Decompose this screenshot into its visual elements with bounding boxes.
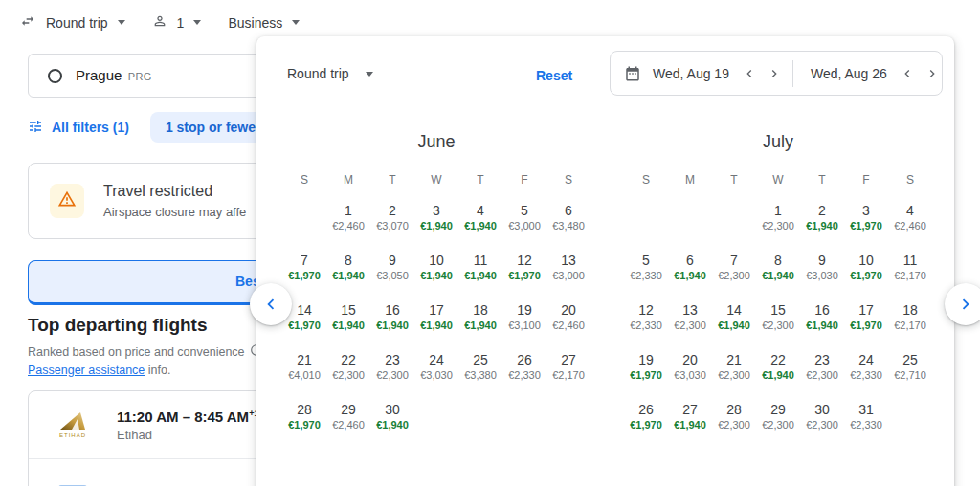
calendar-day-june-16[interactable]: 16€1,940: [370, 296, 414, 345]
passenger-assistance-link[interactable]: Passenger assistance: [28, 364, 145, 377]
calendar-day-july-13[interactable]: 13€2,300: [668, 296, 712, 345]
calendar-day-july-20[interactable]: 20€3,030: [668, 345, 712, 395]
calendar-day-july-27[interactable]: 27€1,940: [668, 395, 712, 445]
calendar-day-july-5[interactable]: 5€2,330: [624, 246, 668, 296]
day-number: 5: [502, 202, 546, 219]
calendar-day-july-23[interactable]: 23€2,300: [800, 345, 844, 395]
calendar-day-june-9[interactable]: 9€3,050: [370, 246, 414, 296]
return-date-prev-icon[interactable]: [895, 61, 920, 86]
calendar-day-june-5[interactable]: 5€3,000: [502, 196, 546, 246]
trip-type-dropdown[interactable]: Round trip: [19, 13, 125, 32]
day-price: €3,380: [458, 369, 502, 382]
calendar-day-june-2[interactable]: 2€3,070: [370, 196, 414, 246]
calendar-day-july-4[interactable]: 4€2,460: [888, 196, 932, 246]
day-price: €1,970: [844, 320, 888, 332]
day-number: 11: [458, 252, 502, 269]
calendar-day-june-27[interactable]: 27€2,170: [546, 345, 590, 395]
cabin-class-dropdown[interactable]: Business: [228, 15, 300, 31]
calendar-day-june-22[interactable]: 22€2,300: [326, 345, 370, 395]
calendar-day-june-30[interactable]: 30€1,940: [370, 395, 414, 445]
day-number: 27: [546, 351, 590, 368]
day-price: €1,940: [668, 419, 712, 431]
calendar-day-july-2[interactable]: 2€1,940: [800, 196, 844, 246]
calendar-day-july-30[interactable]: 30€2,300: [800, 395, 844, 445]
calendar-day-june-8[interactable]: 8€1,940: [326, 246, 370, 296]
calendar-day-june-23[interactable]: 23€2,300: [370, 345, 414, 395]
calendar-day-july-9[interactable]: 9€3,030: [800, 246, 844, 296]
calendar-day-june-20[interactable]: 20€2,460: [546, 296, 590, 345]
weekday-label: S: [624, 172, 668, 188]
return-date-segment[interactable]: Wed, Aug 26: [799, 61, 945, 86]
calendar-day-july-26[interactable]: 26€1,970: [624, 395, 668, 445]
calendar-day-june-29[interactable]: 29€2,460: [326, 395, 370, 445]
day-price: €1,970: [844, 270, 888, 282]
calendar-day-july-31[interactable]: 31€2,330: [844, 395, 888, 445]
calendar-day-july-10[interactable]: 10€1,970: [844, 246, 888, 296]
calendar-day-july-19[interactable]: 19€1,970: [624, 345, 668, 395]
calendar-day-june-21[interactable]: 21€4,010: [282, 345, 326, 395]
calendar-day-june-12[interactable]: 12€1,970: [502, 246, 546, 296]
calendar-day-july-8[interactable]: 8€1,940: [756, 246, 800, 296]
day-number: 17: [844, 301, 888, 319]
warning-title: Travel restricted: [103, 183, 246, 200]
calendar-day-june-1[interactable]: 1€2,460: [326, 196, 370, 246]
calendar-next-button[interactable]: [945, 283, 980, 325]
calendar-day-june-3[interactable]: 3€1,940: [414, 196, 458, 246]
calendar-day-june-28[interactable]: 28€1,970: [282, 395, 326, 445]
calendar-day-july-1[interactable]: 1€2,300: [756, 196, 800, 246]
calendar-day-june-7[interactable]: 7€1,970: [282, 246, 326, 296]
calendar-day-july-7[interactable]: 7€2,300: [712, 246, 756, 296]
calendar-day-june-15[interactable]: 15€1,940: [326, 296, 370, 345]
departure-date-next-icon[interactable]: [762, 61, 787, 86]
day-number: 16: [370, 301, 414, 319]
calendar-day-july-11[interactable]: 11€2,170: [888, 246, 932, 296]
calendar-day-june-4[interactable]: 4€1,940: [458, 196, 502, 246]
calendar-day-july-25[interactable]: 25€2,710: [888, 345, 932, 395]
day-number: 4: [888, 202, 932, 219]
calendar-day-june-6[interactable]: 6€3,480: [546, 196, 590, 246]
calendar-day-june-13[interactable]: 13€3,000: [546, 246, 590, 296]
day-number: 13: [668, 301, 712, 319]
day-price: €2,330: [502, 369, 546, 382]
calendar-icon: [624, 65, 641, 82]
calendar-day-july-22[interactable]: 22€1,940: [756, 345, 800, 395]
calendar-day-june-10[interactable]: 10€1,940: [414, 246, 458, 296]
departure-date-segment[interactable]: Wed, Aug 19: [641, 61, 787, 86]
day-number: 18: [458, 301, 502, 319]
day-price: €2,300: [712, 419, 756, 431]
all-filters-button[interactable]: All filters (1): [28, 119, 129, 137]
day-number: 23: [370, 351, 414, 368]
calendar-day-june-19[interactable]: 19€3,100: [502, 296, 546, 345]
calendar-day-july-15[interactable]: 15€2,300: [756, 296, 800, 345]
datepicker-trip-type-dropdown[interactable]: Round trip: [287, 66, 373, 81]
calendar-day-june-18[interactable]: 18€1,940: [458, 296, 502, 345]
weekday-label: S: [282, 172, 326, 188]
day-price: €3,050: [370, 270, 414, 282]
calendar-day-july-6[interactable]: 6€1,940: [668, 246, 712, 296]
departure-date-prev-icon[interactable]: [737, 61, 762, 86]
calendar-day-july-16[interactable]: 16€1,940: [800, 296, 844, 345]
passengers-dropdown[interactable]: 1: [152, 13, 202, 32]
calendar-day-july-12[interactable]: 12€2,330: [624, 296, 668, 345]
day-number: 19: [624, 351, 668, 368]
calendar-day-july-28[interactable]: 28€2,300: [712, 395, 756, 445]
weekday-label: F: [502, 172, 546, 188]
calendar-day-july-17[interactable]: 17€1,970: [844, 296, 888, 345]
reset-button[interactable]: Reset: [536, 68, 572, 83]
calendar-day-june-17[interactable]: 17€1,940: [414, 296, 458, 345]
calendar-prev-button[interactable]: [250, 283, 292, 325]
calendar-day-june-26[interactable]: 26€2,330: [502, 345, 546, 395]
calendar-day-july-21[interactable]: 21€2,300: [712, 345, 756, 395]
calendar-day-july-29[interactable]: 29€2,300: [756, 395, 800, 445]
calendar-day-june-11[interactable]: 11€1,940: [458, 246, 502, 296]
chevron-down-icon: [292, 20, 300, 25]
day-price: €1,940: [326, 270, 370, 282]
calendar-day-july-24[interactable]: 24€2,330: [844, 345, 888, 395]
calendar-day-july-18[interactable]: 18€2,170: [888, 296, 932, 345]
day-price: €2,330: [844, 419, 888, 431]
calendar-day-june-25[interactable]: 25€3,380: [458, 345, 502, 395]
calendar-day-july-3[interactable]: 3€1,970: [844, 196, 888, 246]
return-date-next-icon[interactable]: [920, 61, 945, 86]
calendar-day-june-24[interactable]: 24€3,030: [414, 345, 458, 395]
calendar-day-july-14[interactable]: 14€1,940: [712, 296, 756, 345]
